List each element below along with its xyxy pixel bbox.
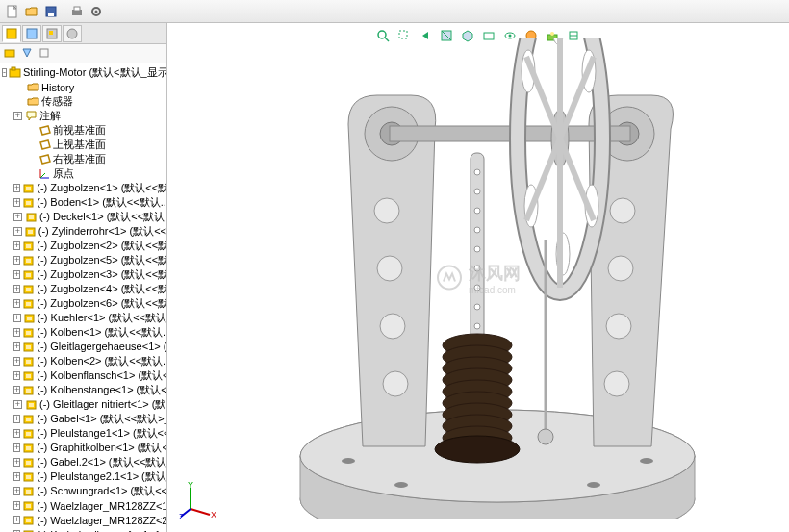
- tree-part-icon: [22, 240, 35, 253]
- expand-icon[interactable]: +: [13, 472, 20, 481]
- expand-icon[interactable]: +: [13, 213, 22, 221]
- tree-part[interactable]: +(-) Zugbolzen<2> (默认<<默: [0, 239, 166, 253]
- expand-icon[interactable]: +: [13, 443, 20, 452]
- tree-part[interactable]: +(-) Gleitlagergehaeuse<1> (图: [0, 340, 166, 354]
- expand-icon[interactable]: -: [2, 68, 7, 77]
- filter-feat-icon[interactable]: [21, 47, 33, 61]
- expand-icon[interactable]: +: [13, 198, 20, 207]
- expand-icon[interactable]: +: [13, 357, 20, 366]
- expand-icon[interactable]: +: [13, 458, 20, 467]
- tree-part[interactable]: +(-) Zylinderrohr<1> (默认<<: [0, 224, 166, 239]
- filter-sketch-icon[interactable]: [38, 47, 50, 61]
- open-doc-icon[interactable]: [23, 3, 40, 20]
- expand-icon[interactable]: +: [13, 256, 20, 265]
- options-icon[interactable]: [88, 3, 105, 20]
- expand-icon[interactable]: +: [13, 270, 20, 279]
- tab-feature-manager[interactable]: [2, 25, 21, 42]
- tree-part[interactable]: +(-) Waelzlager_MR128ZZ<1>: [0, 498, 166, 513]
- svg-point-107: [380, 314, 405, 339]
- expand-icon[interactable]: +: [13, 112, 22, 120]
- tree-part[interactable]: +(-) Graphitkolben<1> (默认<: [0, 441, 166, 455]
- expand-icon[interactable]: [25, 154, 36, 165]
- tree-part[interactable]: +(-) Kolbenflansch<1> (默认<: [0, 368, 166, 383]
- expand-icon[interactable]: +: [13, 487, 20, 495]
- tree-item-label: (-) Deckel<1> (默认<<默认: [39, 210, 165, 224]
- tree-part[interactable]: +(-) Zugbolzen<1> (默认<<默: [0, 181, 166, 195]
- tree-item-label: (-) Gleitlager nitriert<1> (默: [39, 397, 165, 412]
- expand-icon[interactable]: [25, 125, 36, 136]
- expand-icon[interactable]: +: [13, 429, 20, 438]
- expand-icon[interactable]: +: [13, 386, 20, 394]
- filter-part-icon[interactable]: [4, 47, 15, 61]
- tree-part-icon: [22, 442, 35, 455]
- orientation-triad[interactable]: X Y Z: [179, 482, 217, 520]
- tree-part[interactable]: +(-) Gabel<1> (默认<<默认>_: [0, 412, 166, 426]
- expand-icon[interactable]: [25, 168, 36, 179]
- expand-icon[interactable]: [13, 82, 24, 92]
- tree-part[interactable]: +(-) Pleulstange1<1> (默认<<: [0, 426, 166, 441]
- tree-origin-icon: [38, 167, 51, 181]
- tree-part[interactable]: +(-) Kolbenstange<1> (默认<<: [0, 383, 166, 397]
- expand-icon[interactable]: [25, 139, 36, 150]
- expand-icon[interactable]: +: [13, 285, 20, 293]
- graphics-viewport[interactable]: 沐风网 mfcad.com X Y Z: [167, 23, 789, 532]
- tree-plane[interactable]: 上视基准面: [0, 138, 166, 152]
- expand-icon[interactable]: +: [13, 501, 20, 510]
- tree-part[interactable]: +(-) Zugbolzen<3> (默认<<默: [0, 267, 166, 282]
- expand-icon[interactable]: +: [13, 516, 20, 524]
- tab-property-manager[interactable]: [22, 25, 41, 42]
- tree-part[interactable]: +(-) Kurbelwellenzapfen1<1>: [0, 527, 166, 532]
- expand-icon[interactable]: +: [13, 241, 20, 250]
- tree-part[interactable]: +(-) Boden<1> (默认<<默认...: [0, 195, 166, 210]
- tree-part[interactable]: +(-) Zugbolzen<6> (默认<<默: [0, 296, 166, 311]
- tree-part[interactable]: +(-) Zugbolzen<4> (默认<<默: [0, 282, 166, 296]
- tree-plane[interactable]: 前视基准面: [0, 123, 166, 138]
- tab-dimxpert[interactable]: [63, 25, 82, 42]
- tree-item-label: 传感器: [41, 94, 73, 109]
- tree-part[interactable]: +(-) Schwungrad<1> (默认<<图: [0, 484, 166, 498]
- save-doc-icon[interactable]: [42, 3, 60, 20]
- svg-point-132: [474, 227, 480, 233]
- expand-icon[interactable]: +: [13, 184, 20, 192]
- expand-icon[interactable]: +: [13, 371, 20, 380]
- expand-icon[interactable]: +: [13, 227, 22, 236]
- tree-part[interactable]: +(-) Kolben<2> (默认<<默认...: [0, 354, 166, 368]
- expand-icon[interactable]: +: [13, 415, 20, 423]
- tree-item-label: (-) Kolben<2> (默认<<默认...: [37, 354, 166, 368]
- tree-history-icon: [26, 81, 39, 94]
- feature-tree[interactable]: -Stirling-Motor (默认<默认_显示状History传感器+注解前…: [0, 63, 166, 532]
- svg-rect-30: [26, 259, 31, 263]
- tree-history[interactable]: History: [0, 80, 166, 94]
- tree-root-assembly[interactable]: -Stirling-Motor (默认<默认_显示状: [0, 65, 166, 80]
- tree-sensor-icon: [26, 95, 39, 109]
- tree-item-label: Stirling-Motor (默认<默认_显示状: [23, 65, 166, 80]
- print-icon[interactable]: [68, 3, 86, 20]
- tree-part[interactable]: +(-) Gleitlager nitriert<1> (默: [0, 397, 166, 412]
- tree-part[interactable]: +(-) Deckel<1> (默认<<默认: [0, 210, 166, 224]
- tab-config-manager[interactable]: [42, 25, 62, 42]
- tree-origin[interactable]: 原点: [0, 166, 166, 181]
- svg-rect-2: [48, 13, 54, 16]
- tree-part[interactable]: +(-) Waelzlager_MR128ZZ<2>: [0, 513, 166, 527]
- tree-part[interactable]: +(-) Pleulstange2.1<1> (默认<: [0, 469, 166, 484]
- tree-sensor[interactable]: 传感器: [0, 94, 166, 109]
- tree-plane[interactable]: 右视基准面: [0, 152, 166, 166]
- expand-icon[interactable]: +: [13, 314, 21, 322]
- expand-icon[interactable]: [13, 96, 24, 107]
- expand-icon[interactable]: +: [13, 400, 22, 409]
- expand-icon[interactable]: +: [13, 342, 20, 351]
- tree-part[interactable]: +(-) Gabel.2<1> (默认<<默认: [0, 455, 166, 469]
- svg-rect-36: [26, 302, 31, 306]
- tree-item-label: (-) Boden<1> (默认<<默认...: [37, 195, 166, 210]
- tree-part[interactable]: +(-) Kolben<1> (默认<<默认...: [0, 325, 166, 340]
- svg-rect-32: [26, 273, 31, 277]
- tree-item-label: (-) Zugbolzen<3> (默认<<默: [37, 267, 166, 282]
- tree-annotation[interactable]: +注解: [0, 109, 166, 123]
- expand-icon[interactable]: +: [13, 299, 20, 308]
- svg-rect-10: [49, 31, 53, 35]
- tree-part-icon: [24, 211, 38, 224]
- tree-part[interactable]: +(-) Kuehler<1> (默认<<默认: [0, 311, 166, 325]
- tree-part[interactable]: +(-) Zugbolzen<5> (默认<<默: [0, 253, 166, 267]
- expand-icon[interactable]: +: [13, 328, 20, 337]
- new-doc-icon[interactable]: [4, 3, 21, 20]
